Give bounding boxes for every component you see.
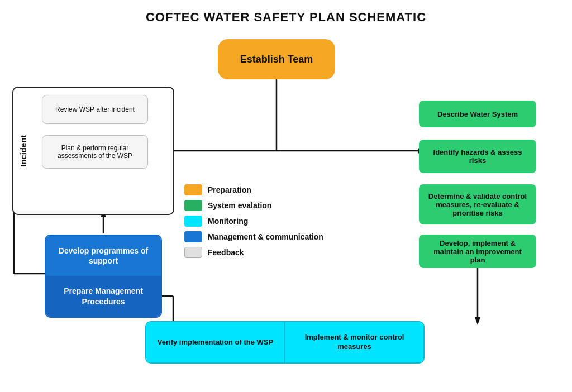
preparation-swatch xyxy=(184,184,202,195)
legend: Preparation System evalation Monitoring … xyxy=(184,184,323,258)
cyan-container: Verify implementation of the WSP Impleme… xyxy=(145,321,425,364)
monitoring-swatch xyxy=(184,216,202,227)
establish-team-label: Establish Team xyxy=(240,54,313,65)
identify-hazards-box: Identify hazards & assess risks xyxy=(419,140,536,173)
implement-monitor-label: Implement & monitor control measures xyxy=(290,333,419,352)
determine-validate-label: Determine & validate control measures, r… xyxy=(426,192,530,217)
develop-programmes-box: Develop programmes of support xyxy=(46,236,161,276)
implement-monitor-box: Implement & monitor control measures xyxy=(285,322,423,362)
establish-team-box: Establish Team xyxy=(218,39,335,79)
feedback-label: Feedback xyxy=(208,248,244,257)
monitoring-label: Monitoring xyxy=(208,217,248,226)
verify-implementation-label: Verify implementation of the WSP xyxy=(158,338,273,347)
legend-feedback: Feedback xyxy=(184,247,323,258)
system-eval-label: System evalation xyxy=(208,201,271,210)
review-wsp-label: Review WSP after incident xyxy=(55,106,135,113)
legend-preparation: Preparation xyxy=(184,184,323,195)
page: COFTEC WATER SAFETY PLAN SCHEMATIC xyxy=(0,0,572,392)
legend-system-eval: System evalation xyxy=(184,200,323,211)
prepare-mgmt-box: Prepare Management Procedures xyxy=(46,276,161,316)
describe-water-label: Describe Water System xyxy=(437,110,518,118)
svg-marker-6 xyxy=(475,317,480,325)
management-box: Develop programmes of support Prepare Ma… xyxy=(45,235,162,318)
mgmt-comm-label: Management & communication xyxy=(208,232,323,241)
develop-implement-label: Develop, implement & maintain an improve… xyxy=(426,239,530,264)
review-wsp-box: Review WSP after incident xyxy=(42,95,148,124)
develop-implement-box: Develop, implement & maintain an improve… xyxy=(419,235,536,268)
preparation-label: Preparation xyxy=(208,185,251,194)
verify-implementation-box: Verify implementation of the WSP xyxy=(146,322,285,362)
identify-hazards-label: Identify hazards & assess risks xyxy=(426,148,530,165)
page-title: COFTEC WATER SAFETY PLAN SCHEMATIC xyxy=(0,0,572,25)
describe-water-box: Describe Water System xyxy=(419,101,536,127)
mgmt-comm-swatch xyxy=(184,231,202,242)
plan-perform-box: Plan & perform regular assessments of th… xyxy=(42,135,148,169)
prepare-mgmt-label: Prepare Management Procedures xyxy=(64,286,143,305)
legend-mgmt-comm: Management & communication xyxy=(184,231,323,242)
system-eval-swatch xyxy=(184,200,202,211)
determine-validate-box: Determine & validate control measures, r… xyxy=(419,184,536,224)
plan-perform-label: Plan & perform regular assessments of th… xyxy=(47,144,143,160)
legend-monitoring: Monitoring xyxy=(184,216,323,227)
develop-programmes-label: Develop programmes of support xyxy=(59,246,148,265)
feedback-swatch xyxy=(184,247,202,258)
incident-label: Incident xyxy=(12,87,34,215)
